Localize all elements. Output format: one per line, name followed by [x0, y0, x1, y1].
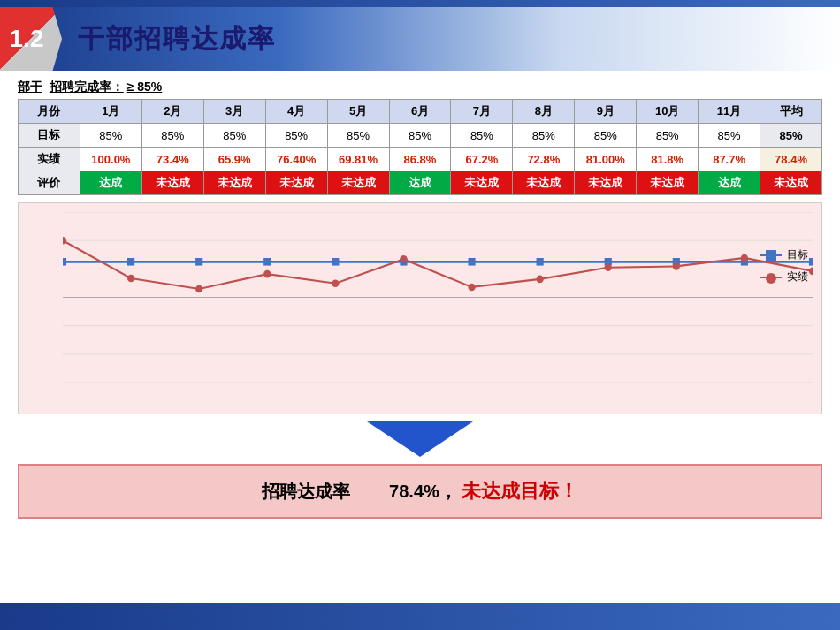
- table-header-cell: 7月: [451, 100, 513, 124]
- target-dot: [63, 258, 66, 266]
- table-header-cell: 11月: [699, 100, 760, 124]
- target-dot: [195, 258, 202, 266]
- table-cell: 未达成: [327, 171, 389, 195]
- arrow-container: [18, 421, 822, 457]
- page-title: 干部招聘达成率: [78, 21, 276, 57]
- target-dot: [809, 258, 813, 266]
- actual-dot: [673, 262, 680, 270]
- table-header-cell: 9月: [575, 100, 637, 124]
- actual-dot: [127, 275, 134, 283]
- table-header-cell: 1月: [80, 100, 141, 124]
- summary-value: 78.4%，: [389, 482, 457, 501]
- table-cell: 未达成: [203, 171, 265, 195]
- table-row: 目标85%85%85%85%85%85%85%85%85%85%85%85%: [19, 124, 822, 148]
- table-cell: 未达成: [513, 171, 575, 195]
- data-table: 月份1月2月3月4月5月6月7月8月9月10月11月平均 目标85%85%85%…: [18, 99, 822, 195]
- actual-dot: [468, 284, 475, 292]
- target-dot: [332, 258, 339, 266]
- row-label-cell: 评价: [19, 171, 80, 195]
- target-label: 招聘完成率：: [50, 80, 124, 94]
- chart-legend: 目标 实绩: [760, 247, 808, 285]
- summary-suffix: 未达成目标！: [462, 480, 578, 502]
- page-header: 1.2 干部招聘达成率: [0, 7, 840, 71]
- table-header-cell: 6月: [389, 100, 451, 124]
- table-cell: 未达成: [760, 171, 822, 195]
- table-cell: 达成: [80, 171, 141, 195]
- main-content: 部干 招聘完成率： ≥ 85% 月份1月2月3月4月5月6月7月8月9月10月1…: [0, 80, 840, 519]
- target-value: ≥ 85%: [127, 80, 163, 94]
- table-cell: 100.0%: [80, 148, 141, 171]
- table-cell: 85%: [265, 124, 327, 148]
- actual-dot: [263, 270, 271, 278]
- chart-container: 120% 100% 80% 60% 40% 20% 0% 1月2月3月4月5月6…: [18, 202, 822, 414]
- table-cell: 69.81%: [327, 148, 389, 171]
- table-cell: 78.4%: [760, 148, 822, 171]
- legend-actual-icon: [760, 277, 782, 278]
- table-header-cell: 5月: [327, 100, 389, 124]
- table-cell: 未达成: [141, 171, 203, 195]
- table-cell: 85%: [637, 124, 699, 148]
- table-cell: 86.8%: [389, 148, 451, 171]
- table-cell: 85%: [389, 124, 451, 148]
- table-row: 实绩100.0%73.4%65.9%76.40%69.81%86.8%67.2%…: [19, 148, 822, 171]
- table-cell: 未达成: [637, 171, 699, 195]
- actual-dot: [741, 254, 748, 262]
- actual-dot: [400, 255, 407, 263]
- table-cell: 85%: [699, 124, 760, 148]
- top-bar: [0, 0, 840, 7]
- table-cell: 85%: [760, 124, 822, 148]
- actual-dot: [605, 263, 612, 271]
- table-cell: 65.9%: [203, 148, 265, 171]
- table-cell: 85%: [203, 124, 265, 148]
- legend-actual-label: 实绩: [787, 269, 808, 285]
- table-cell: 85%: [451, 124, 513, 148]
- table-cell: 未达成: [265, 171, 327, 195]
- legend-actual: 实绩: [760, 269, 808, 285]
- row-label-cell: 实绩: [19, 148, 80, 171]
- section-badge: 1.2: [0, 7, 62, 71]
- table-cell: 72.8%: [513, 148, 575, 171]
- table-header-cell: 4月: [265, 100, 327, 124]
- table-cell: 81.00%: [575, 148, 637, 171]
- target-dot: [537, 258, 544, 266]
- table-cell: 81.8%: [637, 148, 699, 171]
- target-dot: [263, 258, 271, 266]
- table-cell: 85%: [80, 124, 141, 148]
- actual-dot: [195, 285, 202, 293]
- legend-target-label: 目标: [787, 247, 808, 262]
- table-header-cell: 10月: [637, 100, 699, 124]
- chart-svg: 120% 100% 80% 60% 40% 20% 0% 1月2月3月4月5月6…: [63, 212, 813, 383]
- legend-target: 目标: [760, 247, 808, 262]
- table-cell: 67.2%: [451, 148, 513, 171]
- table-cell: 85%: [513, 124, 575, 148]
- summary-bar: 招聘达成率 78.4%， 未达成目标！: [18, 464, 822, 519]
- target-dot: [127, 258, 134, 266]
- table-header-cell: 平均: [760, 100, 822, 124]
- table-cell: 未达成: [575, 171, 637, 195]
- actual-dot: [537, 276, 544, 284]
- table-cell: 76.40%: [265, 148, 327, 171]
- table-header-cell: 月份: [19, 100, 80, 124]
- down-arrow-icon: [367, 421, 473, 457]
- actual-dot: [332, 279, 339, 287]
- table-cell: 87.7%: [699, 148, 760, 171]
- summary-label: 招聘达成率: [262, 482, 350, 501]
- table-header-cell: 2月: [141, 100, 203, 124]
- actual-dot: [809, 268, 813, 276]
- row-label-cell: 目标: [19, 124, 80, 148]
- target-dot: [468, 258, 475, 266]
- table-cell: 达成: [699, 171, 760, 195]
- table-cell: 未达成: [451, 171, 513, 195]
- bottom-bar: [0, 603, 840, 630]
- table-row: 评价达成未达成未达成未达成未达成达成未达成未达成未达成未达成达成未达成: [19, 171, 822, 195]
- dept-label: 部干: [18, 80, 42, 94]
- table-cell: 85%: [575, 124, 637, 148]
- table-header-cell: 8月: [513, 100, 575, 124]
- legend-target-icon: [760, 254, 782, 256]
- table-cell: 85%: [141, 124, 203, 148]
- table-cell: 85%: [327, 124, 389, 148]
- dept-info: 部干 招聘完成率： ≥ 85%: [18, 80, 822, 95]
- table-cell: 73.4%: [141, 148, 203, 171]
- table-cell: 达成: [389, 171, 451, 195]
- table-header-cell: 3月: [203, 100, 265, 124]
